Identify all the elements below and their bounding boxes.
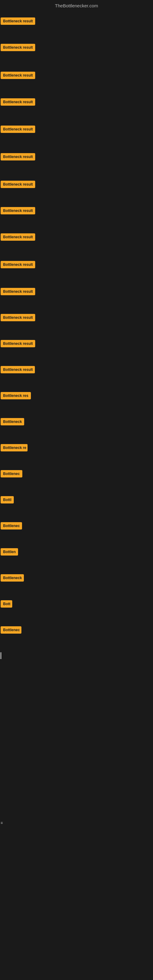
- bottleneck-item-14[interactable]: Bottleneck result: [1, 366, 35, 375]
- bottleneck-badge[interactable]: Bottlenec: [1, 626, 21, 634]
- bottleneck-item-24[interactable]: Bottlenec: [1, 626, 21, 635]
- bottleneck-badge[interactable]: Bottleneck re: [1, 444, 27, 452]
- bottleneck-item-17[interactable]: Bottleneck re: [1, 444, 27, 453]
- bottleneck-badge[interactable]: Bottlen: [1, 548, 18, 555]
- bottleneck-badge[interactable]: Bottleneck result: [1, 314, 35, 321]
- bottleneck-item-7[interactable]: Bottleneck result: [1, 181, 35, 189]
- bottleneck-badge[interactable]: Bottleneck result: [1, 181, 35, 188]
- bottleneck-item-13[interactable]: Bottleneck result: [1, 340, 35, 348]
- site-title: TheBottlenecker.com: [0, 0, 153, 10]
- bottleneck-item-10[interactable]: Bottleneck result: [1, 261, 35, 269]
- bottleneck-item-21[interactable]: Bottlen: [1, 548, 18, 557]
- bottleneck-item-18[interactable]: Bottlenec: [1, 470, 22, 479]
- bottleneck-item-4[interactable]: Bottleneck result: [1, 98, 35, 107]
- bottleneck-badge[interactable]: Bottleneck result: [1, 366, 35, 373]
- bottleneck-badge[interactable]: Bottleneck result: [1, 153, 35, 161]
- bottleneck-item-5[interactable]: Bottleneck result: [1, 126, 35, 134]
- bottleneck-item-20[interactable]: Bottlenec: [1, 522, 22, 531]
- bottleneck-item-19[interactable]: Bottl: [1, 496, 14, 505]
- bottleneck-badge[interactable]: Bottleneck result: [1, 98, 35, 106]
- bottleneck-item-23[interactable]: Bott: [1, 600, 12, 609]
- bottleneck-badge[interactable]: Bottleneck result: [1, 44, 35, 51]
- bottleneck-item-9[interactable]: Bottleneck result: [1, 233, 35, 242]
- bottleneck-item-16[interactable]: Bottleneck: [1, 418, 24, 426]
- bottleneck-badge[interactable]: Bottlenec: [1, 522, 22, 530]
- bottleneck-item-1[interactable]: Bottleneck result: [1, 18, 35, 26]
- bottleneck-badge[interactable]: Bottleneck result: [1, 288, 35, 295]
- bottleneck-badge[interactable]: Bottleneck result: [1, 261, 35, 268]
- bottleneck-badge[interactable]: Bottleneck result: [1, 18, 35, 25]
- bottleneck-item-15[interactable]: Bottleneck res: [1, 392, 31, 401]
- bottleneck-badge[interactable]: Bottleneck result: [1, 72, 35, 79]
- bottleneck-badge[interactable]: Bottl: [1, 496, 14, 503]
- bottleneck-badge[interactable]: Bottleneck: [1, 574, 24, 582]
- cursor-indicator: [1, 652, 1, 659]
- bottleneck-item-8[interactable]: Bottleneck result: [1, 207, 35, 216]
- bottleneck-item-22[interactable]: Bottleneck: [1, 574, 24, 583]
- bottleneck-badge[interactable]: Bottleneck result: [1, 207, 35, 215]
- bottleneck-badge[interactable]: Bottleneck res: [1, 392, 31, 399]
- bottleneck-badge[interactable]: Bottlenec: [1, 470, 22, 477]
- bottleneck-badge[interactable]: Bottleneck result: [1, 126, 35, 133]
- bottleneck-badge[interactable]: Bottleneck result: [1, 233, 35, 241]
- bottleneck-item-12[interactable]: Bottleneck result: [1, 314, 35, 323]
- bottleneck-item-11[interactable]: Bottleneck result: [1, 288, 35, 296]
- bottleneck-item-3[interactable]: Bottleneck result: [1, 72, 35, 80]
- small-text-indicator: ≡: [1, 821, 3, 825]
- page-wrapper: TheBottlenecker.com Bottleneck resultBot…: [0, 0, 153, 980]
- bottleneck-badge[interactable]: Bott: [1, 600, 12, 608]
- bottleneck-item-6[interactable]: Bottleneck result: [1, 153, 35, 162]
- bottleneck-badge[interactable]: Bottleneck result: [1, 340, 35, 347]
- bottleneck-item-2[interactable]: Bottleneck result: [1, 44, 35, 52]
- bottleneck-badge[interactable]: Bottleneck: [1, 418, 24, 425]
